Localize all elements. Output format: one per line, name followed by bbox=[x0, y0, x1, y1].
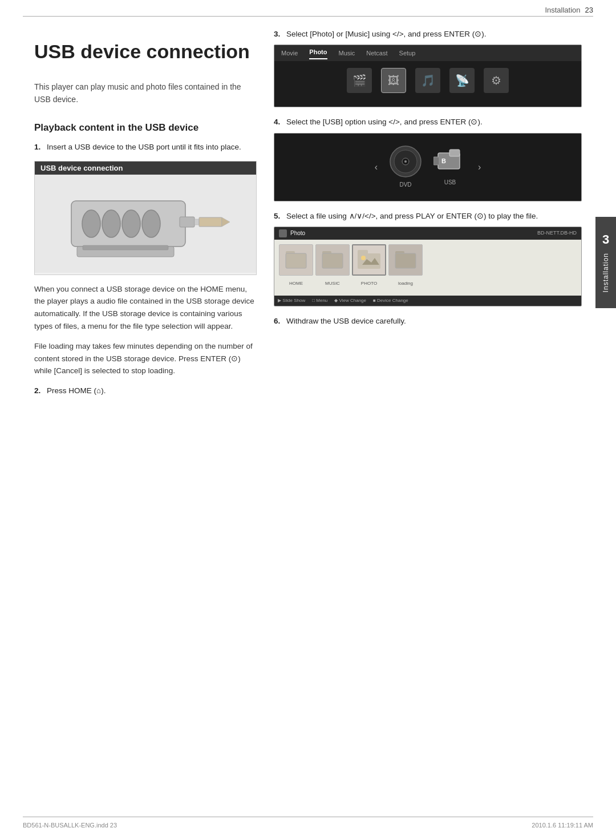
screen-photo-browser: Photo BD-NETT.DB-HD bbox=[274, 227, 582, 306]
screen-photo-menu: Movie Photo Music Netcast Setup 🎬 🖼 🎵 📡 … bbox=[274, 45, 582, 107]
header-page: 23 bbox=[585, 6, 593, 14]
subtitle: This player can play music and photo fil… bbox=[34, 80, 257, 106]
step-3-text: Select [Photo] or [Music] using </>, and… bbox=[286, 29, 582, 40]
left-column: USB device connection This player can pl… bbox=[34, 29, 257, 806]
label-home: HOME bbox=[279, 280, 313, 287]
step-1: 1. Insert a USB device to the USB port u… bbox=[34, 142, 257, 153]
usb-option: B USB bbox=[433, 147, 467, 187]
paragraph-1: When you connect a USB storage device on… bbox=[34, 283, 257, 332]
usb-device-graphic bbox=[60, 184, 231, 264]
step-5: 5. Select a file using ∧/∨/</>, and pres… bbox=[274, 211, 582, 306]
icon-photo: 🖼 bbox=[381, 68, 406, 93]
step-1-number: 1. bbox=[34, 142, 47, 153]
step-6: 6. Withdraw the USB device carefully. bbox=[274, 316, 582, 327]
screen2-items: ‹ DVD bbox=[375, 145, 481, 189]
dvd-option: DVD bbox=[389, 145, 422, 189]
thumb-1 bbox=[279, 244, 313, 276]
icon-row: 🎬 🖼 🎵 📡 ⚙ bbox=[274, 61, 581, 100]
section-heading: Playback content in the USB device bbox=[34, 122, 257, 134]
screen3-footer: ▶ Slide Show □ Menu ◆ View Change ■ Devi… bbox=[274, 296, 581, 306]
side-tab-number: 3 bbox=[602, 232, 609, 247]
header-title: Installation bbox=[545, 6, 580, 14]
page-border-top bbox=[23, 16, 593, 17]
usb-device-icon: B bbox=[433, 147, 467, 176]
step-1-text: Insert a USB device to the USB port unti… bbox=[47, 142, 257, 153]
side-tab: 3 Installation bbox=[595, 217, 616, 308]
step-3-header: 3. Select [Photo] or [Music] using </>, … bbox=[274, 29, 582, 40]
menu-netcast: Netcast bbox=[366, 49, 387, 58]
icon-movie: 🎬 bbox=[347, 68, 372, 93]
usb-label: USB bbox=[444, 178, 456, 187]
thumb-3-selected bbox=[352, 244, 386, 276]
step-6-text: Withdraw the USB device carefully. bbox=[286, 316, 582, 327]
right-column: 3. Select [Photo] or [Music] using </>, … bbox=[274, 29, 582, 806]
folder-icon-1 bbox=[285, 250, 307, 270]
hint-devicechange: ■ Device Change bbox=[373, 297, 408, 304]
screen-dvd-usb: ‹ DVD bbox=[274, 133, 582, 201]
folder-icon-3-selected bbox=[356, 249, 382, 270]
folder-icon-2 bbox=[321, 250, 344, 270]
svg-rect-11 bbox=[83, 245, 168, 250]
svg-text:B: B bbox=[441, 158, 446, 164]
icon-netcast: 📡 bbox=[449, 68, 475, 93]
hint-menu: □ Menu bbox=[312, 297, 327, 304]
svg-point-4 bbox=[142, 210, 160, 237]
page-border-bottom bbox=[23, 817, 593, 817]
side-tab-label: Installation bbox=[602, 253, 610, 292]
usb-image-box: USB device connection bbox=[34, 161, 257, 275]
thumb-4 bbox=[388, 244, 423, 276]
svg-rect-8 bbox=[199, 217, 222, 227]
page-header: Installation 23 bbox=[23, 6, 593, 14]
hint-slideshow: ▶ Slide Show bbox=[278, 297, 305, 304]
icon-music: 🎵 bbox=[415, 68, 440, 93]
step-5-text: Select a file using ∧/∨/</>, and press P… bbox=[286, 211, 582, 222]
screen3-header: Photo BD-NETT.DB-HD bbox=[274, 227, 581, 240]
svg-rect-7 bbox=[194, 219, 199, 225]
folder-icon-4 bbox=[394, 250, 417, 270]
svg-marker-9 bbox=[222, 217, 230, 227]
svg-rect-6 bbox=[180, 217, 194, 227]
svg-point-1 bbox=[82, 210, 100, 237]
content-area: USB device connection This player can pl… bbox=[34, 29, 582, 806]
left-chevron: ‹ bbox=[375, 160, 378, 174]
svg-point-3 bbox=[122, 210, 140, 237]
paragraph-2: File loading may takes few minutes depen… bbox=[34, 340, 257, 377]
label-loading: loading bbox=[388, 280, 423, 287]
svg-point-28 bbox=[361, 256, 366, 260]
step-2: 2. Press HOME (⌂). bbox=[34, 385, 257, 397]
svg-point-15 bbox=[404, 160, 407, 163]
usb-image-content bbox=[35, 175, 256, 273]
step-4-number: 4. bbox=[274, 116, 286, 128]
dvd-disc-icon bbox=[389, 145, 422, 178]
step-4-header: 4. Select the [USB] option using </>, an… bbox=[274, 116, 582, 128]
menu-music: Music bbox=[339, 49, 355, 58]
svg-rect-27 bbox=[358, 250, 368, 256]
right-chevron: › bbox=[478, 160, 481, 174]
step-6-number: 6. bbox=[274, 316, 286, 327]
hint-viewchange: ◆ View Change bbox=[334, 297, 366, 304]
step-6-header: 6. Withdraw the USB device carefully. bbox=[274, 316, 582, 327]
label-photo: PHOTO bbox=[352, 280, 386, 287]
svg-rect-19 bbox=[433, 157, 439, 165]
step-3-number: 3. bbox=[274, 29, 286, 40]
step-4: 4. Select the [USB] option using </>, an… bbox=[274, 116, 582, 201]
svg-rect-17 bbox=[449, 150, 460, 156]
menu-bar: Movie Photo Music Netcast Setup bbox=[274, 45, 581, 61]
main-title: USB device connection bbox=[34, 40, 257, 63]
thumb-2 bbox=[315, 244, 350, 276]
step-2-number: 2. bbox=[34, 385, 47, 397]
dvd-label: DVD bbox=[399, 180, 411, 189]
footer-left: BD561-N-BUSALLK-ENG.indd 23 bbox=[23, 822, 117, 829]
menu-setup: Setup bbox=[399, 49, 416, 58]
photo-thumbnails bbox=[274, 240, 581, 280]
menu-movie: Movie bbox=[281, 49, 298, 58]
photo-icon-small bbox=[279, 229, 287, 237]
label-music: MUSIC bbox=[315, 280, 350, 287]
step-3: 3. Select [Photo] or [Music] using </>, … bbox=[274, 29, 582, 107]
svg-point-2 bbox=[102, 210, 120, 237]
screen3-title: Photo bbox=[290, 229, 305, 237]
page-footer: BD561-N-BUSALLK-ENG.indd 23 2010.1.6 11:… bbox=[23, 822, 593, 829]
step-5-header: 5. Select a file using ∧/∨/</>, and pres… bbox=[274, 211, 582, 222]
screen3-info: BD-NETT.DB-HD bbox=[537, 229, 577, 237]
usb-image-caption: USB device connection bbox=[35, 161, 256, 175]
